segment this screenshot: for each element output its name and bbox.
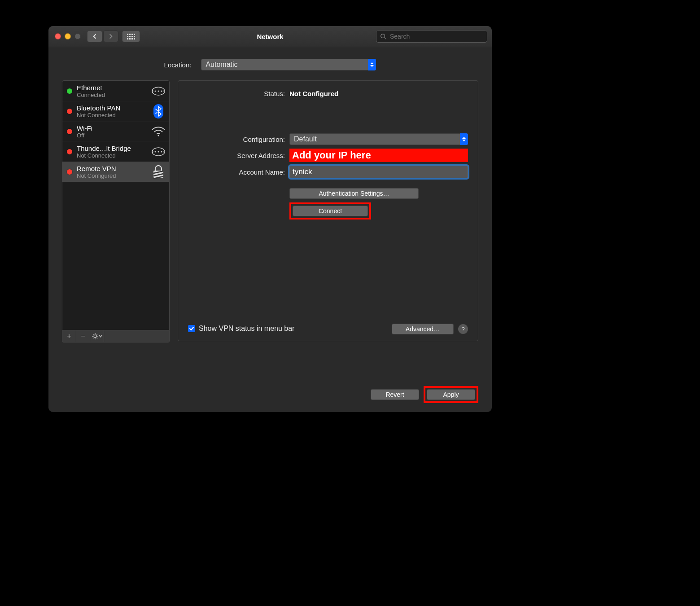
service-name: Thunde…lt Bridge xyxy=(77,145,147,152)
service-item-wifi[interactable]: Wi-Fi Off xyxy=(62,121,169,141)
chevron-down-icon xyxy=(99,334,102,338)
service-item-vpn[interactable]: Remote VPN Not Configured xyxy=(62,162,169,182)
configuration-popup[interactable]: Default xyxy=(289,133,468,145)
network-preferences-window: Network Location: Automatic Ethernet xyxy=(48,26,492,412)
help-button[interactable]: ? xyxy=(458,324,468,334)
search-input[interactable] xyxy=(389,32,483,40)
svg-point-10 xyxy=(158,151,159,153)
service-name: Wi-Fi xyxy=(77,124,147,132)
show-all-button[interactable] xyxy=(122,31,140,42)
bluetooth-icon xyxy=(151,104,166,119)
service-status: Off xyxy=(77,132,147,139)
wifi-icon xyxy=(151,124,166,139)
service-status: Not Connected xyxy=(77,152,147,159)
revert-button[interactable]: Revert xyxy=(371,389,419,400)
svg-point-5 xyxy=(161,91,162,92)
server-address-label: Server Address: xyxy=(188,152,289,159)
close-window-button[interactable] xyxy=(55,33,61,40)
location-value: Automatic xyxy=(206,61,237,69)
search-icon xyxy=(380,33,386,40)
svg-line-19 xyxy=(96,338,97,339)
service-list-toolbar: + − xyxy=(62,330,170,343)
apply-button[interactable]: Apply xyxy=(427,389,475,400)
svg-point-13 xyxy=(94,335,96,338)
svg-line-20 xyxy=(96,334,97,335)
service-item-ethernet[interactable]: Ethernet Connected xyxy=(62,81,169,101)
server-address-overlay[interactable]: Add your IP here xyxy=(289,149,468,162)
window-controls xyxy=(55,33,81,40)
zoom-window-button[interactable] xyxy=(74,33,81,40)
thunderbolt-icon xyxy=(151,145,166,159)
ethernet-icon xyxy=(151,84,166,98)
advanced-button[interactable]: Advanced… xyxy=(392,324,454,334)
svg-point-9 xyxy=(155,151,156,153)
gear-icon xyxy=(92,333,98,339)
svg-point-3 xyxy=(155,91,156,92)
account-name-field[interactable]: tynick xyxy=(289,166,468,178)
popup-caret-icon xyxy=(460,133,468,145)
service-name: Bluetooth PAN xyxy=(77,104,147,112)
connect-button[interactable]: Connect xyxy=(293,206,368,216)
service-name: Remote VPN xyxy=(77,165,147,172)
service-item-thunderbolt[interactable]: Thunde…lt Bridge Not Connected xyxy=(62,141,169,162)
nav-buttons xyxy=(87,31,118,42)
location-label: Location: xyxy=(164,61,196,69)
status-dot-icon xyxy=(67,149,72,154)
chevron-right-icon xyxy=(108,34,114,39)
service-name: Ethernet xyxy=(77,84,147,92)
checkmark-icon xyxy=(189,326,194,331)
svg-point-4 xyxy=(158,91,159,92)
service-detail-panel: Status: Not Configured Configuration: De… xyxy=(178,80,478,341)
titlebar: Network xyxy=(48,26,492,47)
status-label: Status: xyxy=(188,90,289,97)
highlight-box: Apply xyxy=(424,386,478,403)
grid-icon xyxy=(127,34,135,40)
account-name-value: tynick xyxy=(293,167,312,176)
forward-button[interactable] xyxy=(103,31,118,42)
highlight-box: Connect xyxy=(289,202,371,220)
status-dot-icon xyxy=(67,109,72,114)
svg-point-0 xyxy=(381,34,385,38)
popup-caret-icon xyxy=(368,59,376,70)
service-actions-menu[interactable] xyxy=(90,330,104,342)
status-dot-icon xyxy=(67,129,72,134)
status-dot-icon xyxy=(67,88,72,94)
status-value: Not Configured xyxy=(289,90,338,97)
back-button[interactable] xyxy=(87,31,102,42)
svg-point-11 xyxy=(161,151,162,153)
service-status: Connected xyxy=(77,92,147,98)
authentication-settings-button[interactable]: Authentication Settings… xyxy=(289,188,419,199)
show-vpn-status-label: Show VPN status in menu bar xyxy=(199,325,294,333)
svg-line-1 xyxy=(385,38,386,40)
configuration-label: Configuration: xyxy=(188,136,289,143)
service-status: Not Configured xyxy=(77,172,147,179)
remove-service-button[interactable]: − xyxy=(76,330,90,342)
status-dot-icon xyxy=(67,169,72,175)
account-name-label: Account Name: xyxy=(188,168,289,176)
configuration-value: Default xyxy=(294,135,317,143)
show-vpn-status-checkbox[interactable] xyxy=(188,325,195,332)
svg-line-18 xyxy=(93,334,94,335)
minimize-window-button[interactable] xyxy=(65,33,71,40)
service-status: Not Connected xyxy=(77,112,147,119)
search-field[interactable] xyxy=(376,30,487,43)
svg-point-7 xyxy=(158,135,159,136)
chevron-left-icon xyxy=(92,34,97,39)
svg-line-21 xyxy=(93,338,94,339)
location-popup[interactable]: Automatic xyxy=(201,59,376,70)
add-service-button[interactable]: + xyxy=(62,330,76,342)
service-list[interactable]: Ethernet Connected Bluetooth PAN Not Con… xyxy=(62,80,170,330)
service-item-bluetooth[interactable]: Bluetooth PAN Not Connected xyxy=(62,101,169,121)
vpn-lock-icon xyxy=(151,165,166,179)
footer-buttons: Revert Apply xyxy=(371,386,478,403)
